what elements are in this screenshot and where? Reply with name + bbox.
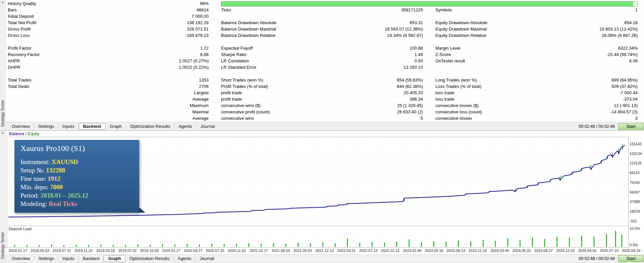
x-axis-label: 2022.07.12 xyxy=(359,249,378,253)
metric-value: 100.66 xyxy=(322,45,423,51)
tab-overview[interactable]: Overview xyxy=(8,124,34,129)
tab-agents[interactable]: Agents xyxy=(174,256,196,261)
info-box-line: Fine tune: 1912 xyxy=(20,174,133,183)
metric-value: -373.04 xyxy=(536,96,638,102)
metric-value: Average xyxy=(105,115,209,121)
metric-label: profit trade xyxy=(221,96,322,102)
metric-value: -14 804.57 (3) xyxy=(536,109,638,115)
start-button[interactable]: Start xyxy=(618,255,644,262)
tab-journal[interactable]: Journal xyxy=(197,124,219,129)
metric-label: Total Net Profit xyxy=(8,20,105,26)
deposit-load-label: Deposit Load xyxy=(9,227,32,231)
x-axis-label: 2024.12.02 xyxy=(556,249,575,253)
metric-value: Largest xyxy=(105,90,209,96)
metric-value xyxy=(322,13,423,19)
tab-optimization-results[interactable]: Optimization Results xyxy=(125,256,174,261)
x-axis-label: 2021.06.03 xyxy=(271,249,290,253)
x-axis-label: 2020.11.02 xyxy=(228,249,246,253)
metric-label: Short Trades (won %) xyxy=(221,77,322,83)
metric-value: 28.08% (9 887.26) xyxy=(536,33,638,39)
metric-label xyxy=(8,103,105,109)
dock-strip-top: × Strategy Tester xyxy=(0,0,6,130)
tab-overview[interactable]: Overview xyxy=(8,256,34,261)
tab-settings[interactable]: Settings xyxy=(34,256,58,261)
chart-legend: Balance / Equity xyxy=(6,131,644,137)
table-row: Total Trades1353Short Trades (won %)654 … xyxy=(6,77,644,84)
info-box-line: Setup №: 132288 xyxy=(20,166,133,174)
y-axis-label: 56097 xyxy=(630,190,640,194)
metric-label: History Quality xyxy=(8,1,105,7)
metric-label: Z-Score xyxy=(435,52,536,58)
metric-value: -7 500.44 xyxy=(536,90,638,96)
legend-balance: Balance xyxy=(9,132,24,136)
metric-value: 509 (37.62%) xyxy=(536,84,638,90)
info-line-value: 2018.01 – 2025.12 xyxy=(41,192,89,199)
metric-value: 46614 xyxy=(105,7,209,13)
x-axis-label: 2021.02.17 xyxy=(250,249,268,253)
tab-backtest[interactable]: Backtest xyxy=(79,123,106,130)
metric-label xyxy=(8,115,105,121)
info-line-value: 132288 xyxy=(46,167,65,174)
metric-label: profit trade xyxy=(221,90,322,96)
backtest-report: History Quality99%Bars46614Ticks35817122… xyxy=(6,0,644,122)
close-icon[interactable]: × xyxy=(1,132,5,136)
tab-optimization-results[interactable]: Optimization Results xyxy=(126,124,174,129)
metric-label: Sharpe Ratio xyxy=(221,52,322,58)
y-axis-label: -931 xyxy=(630,219,637,223)
y-axis-label: 94115 xyxy=(630,171,640,175)
info-line-value: Real Ticks xyxy=(49,200,77,207)
metric-label: consecutive losses xyxy=(435,115,536,121)
x-axis-label: 2018.07.31 xyxy=(53,249,71,253)
x-axis-label: 2023.08.14 xyxy=(447,249,465,253)
x-axis-label: 2019.10.09 xyxy=(140,249,159,253)
x-axis-label: 2023.05.16 xyxy=(425,249,443,253)
table-row: Total Net Profit136 192.28Balance Drawdo… xyxy=(6,20,644,26)
metric-value: 1 xyxy=(536,7,638,13)
metric-value: 6.88 xyxy=(105,52,209,58)
metric-label: Gross Profit xyxy=(8,26,105,32)
metric-value: 1.0027 (0.27%) xyxy=(105,58,209,64)
table-row: Averageprofit trade386.34loss trade-373.… xyxy=(6,96,644,103)
y-axis-label: 132134 xyxy=(630,152,642,156)
metric-label: Balance Drawdown Relative xyxy=(221,33,322,39)
metric-label: LR Correlation xyxy=(221,58,322,64)
metric-value: 19 803.13 (13.42%) xyxy=(536,26,638,32)
tab-journal[interactable]: Journal xyxy=(196,256,218,261)
metric-label: consecutive wins xyxy=(221,115,322,121)
metric-value: 1.72 xyxy=(105,45,209,51)
table-row: AHPR1.0027 (0.27%)LR Correlation0.93OnTe… xyxy=(6,58,644,64)
y-axis-label: 151143 xyxy=(630,142,642,146)
tab-graph[interactable]: Graph xyxy=(104,255,125,262)
info-line-label: Setup №: xyxy=(20,167,46,174)
deposit-load-bars xyxy=(7,226,628,247)
info-line-value: 7000 xyxy=(50,183,63,191)
tab-agents[interactable]: Agents xyxy=(174,124,196,129)
metric-label: AHPR xyxy=(8,58,105,64)
metric-label: consecutive loss (count) xyxy=(435,109,536,115)
tab-inputs[interactable]: Inputs xyxy=(58,124,78,129)
backtest-results-panel: × Strategy Tester History Quality99%Bars… xyxy=(0,0,644,131)
table-row: Initial Deposit7 000.00 xyxy=(6,13,644,20)
dock-strip-bottom: × Strategy Tester xyxy=(0,131,6,262)
strategy-tester-window: × Strategy Tester History Quality99%Bars… xyxy=(0,0,644,263)
info-line-value: XAUUSD xyxy=(51,158,78,165)
metric-value: 99% xyxy=(105,1,209,7)
metric-value: 25 (1 329.45) xyxy=(322,103,423,109)
x-axis-label: 2018.11.20 xyxy=(74,249,93,253)
tab-inputs[interactable]: Inputs xyxy=(58,256,78,261)
metric-label: GHPR xyxy=(8,64,105,70)
x-axis-label: 2024.08.27 xyxy=(534,249,553,253)
table-row: Gross Profit326 071.51Balance Drawdown M… xyxy=(6,26,644,33)
tab-backtest[interactable]: Backtest xyxy=(79,256,104,261)
metric-label xyxy=(8,90,105,96)
metric-label: Equity Drawdown Maximal xyxy=(435,26,536,32)
metric-label: loss trade xyxy=(435,90,536,96)
tab-settings[interactable]: Settings xyxy=(34,124,58,129)
x-axis-label: 2025.04.03 xyxy=(578,249,596,253)
close-icon[interactable]: × xyxy=(1,1,5,5)
start-button[interactable]: Start xyxy=(618,123,644,130)
metric-label: consecutive wins ($) xyxy=(221,103,322,109)
legend-equity: Equity xyxy=(28,132,40,136)
dock-title: Strategy Tester xyxy=(0,232,5,259)
tab-graph[interactable]: Graph xyxy=(106,124,126,129)
